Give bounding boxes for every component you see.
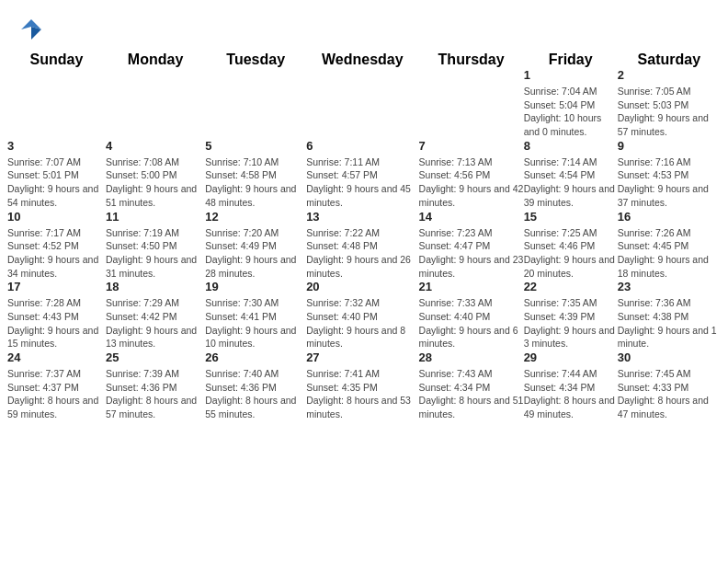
calendar-cell: 22Sunrise: 7:35 AM Sunset: 4:39 PM Dayli… bbox=[524, 280, 618, 350]
calendar-cell: 4Sunrise: 7:08 AM Sunset: 5:00 PM Daylig… bbox=[106, 139, 205, 210]
day-number: 6 bbox=[306, 139, 418, 153]
calendar-cell bbox=[106, 68, 205, 139]
day-info: Sunrise: 7:08 AM Sunset: 5:00 PM Dayligh… bbox=[106, 155, 205, 210]
weekday-header-saturday: Saturday bbox=[618, 52, 721, 68]
weekday-header-tuesday: Tuesday bbox=[205, 52, 306, 68]
page-header bbox=[0, 0, 728, 52]
calendar-cell: 5Sunrise: 7:10 AM Sunset: 4:58 PM Daylig… bbox=[205, 139, 306, 210]
day-info: Sunrise: 7:35 AM Sunset: 4:39 PM Dayligh… bbox=[524, 296, 618, 350]
day-number: 8 bbox=[524, 139, 618, 153]
day-number: 29 bbox=[524, 350, 618, 364]
calendar-cell: 10Sunrise: 7:17 AM Sunset: 4:52 PM Dayli… bbox=[7, 210, 106, 281]
day-info: Sunrise: 7:40 AM Sunset: 4:36 PM Dayligh… bbox=[205, 367, 306, 421]
day-number: 11 bbox=[106, 210, 205, 224]
day-info: Sunrise: 7:04 AM Sunset: 5:04 PM Dayligh… bbox=[524, 85, 618, 139]
day-info: Sunrise: 7:33 AM Sunset: 4:40 PM Dayligh… bbox=[419, 296, 524, 350]
weekday-header-friday: Friday bbox=[524, 52, 618, 68]
day-info: Sunrise: 7:17 AM Sunset: 4:52 PM Dayligh… bbox=[7, 226, 106, 281]
day-info: Sunrise: 7:32 AM Sunset: 4:40 PM Dayligh… bbox=[306, 296, 418, 350]
day-number: 5 bbox=[205, 139, 306, 153]
day-number: 17 bbox=[7, 280, 106, 293]
day-info: Sunrise: 7:10 AM Sunset: 4:58 PM Dayligh… bbox=[205, 155, 306, 210]
calendar-cell: 12Sunrise: 7:20 AM Sunset: 4:49 PM Dayli… bbox=[205, 210, 306, 281]
calendar-cell: 26Sunrise: 7:40 AM Sunset: 4:36 PM Dayli… bbox=[205, 350, 306, 421]
week-row-3: 10Sunrise: 7:17 AM Sunset: 4:52 PM Dayli… bbox=[7, 210, 721, 281]
calendar-cell bbox=[419, 68, 524, 139]
week-row-5: 24Sunrise: 7:37 AM Sunset: 4:37 PM Dayli… bbox=[7, 350, 721, 421]
day-info: Sunrise: 7:43 AM Sunset: 4:34 PM Dayligh… bbox=[419, 367, 524, 421]
day-info: Sunrise: 7:13 AM Sunset: 4:56 PM Dayligh… bbox=[419, 155, 524, 210]
day-number: 16 bbox=[618, 210, 721, 224]
week-row-4: 17Sunrise: 7:28 AM Sunset: 4:43 PM Dayli… bbox=[7, 280, 721, 350]
calendar-wrapper: SundayMondayTuesdayWednesdayThursdayFrid… bbox=[0, 52, 728, 429]
day-info: Sunrise: 7:11 AM Sunset: 4:57 PM Dayligh… bbox=[306, 155, 418, 210]
calendar-cell: 28Sunrise: 7:43 AM Sunset: 4:34 PM Dayli… bbox=[419, 350, 524, 421]
day-number: 25 bbox=[106, 350, 205, 364]
day-info: Sunrise: 7:45 AM Sunset: 4:33 PM Dayligh… bbox=[618, 367, 721, 421]
calendar-cell: 30Sunrise: 7:45 AM Sunset: 4:33 PM Dayli… bbox=[618, 350, 721, 421]
day-number: 3 bbox=[7, 139, 106, 153]
week-row-2: 3Sunrise: 7:07 AM Sunset: 5:01 PM Daylig… bbox=[7, 139, 721, 210]
day-number: 9 bbox=[618, 139, 721, 153]
calendar-cell: 27Sunrise: 7:41 AM Sunset: 4:35 PM Dayli… bbox=[306, 350, 418, 421]
calendar-cell: 15Sunrise: 7:25 AM Sunset: 4:46 PM Dayli… bbox=[524, 210, 618, 281]
day-info: Sunrise: 7:23 AM Sunset: 4:47 PM Dayligh… bbox=[419, 226, 524, 281]
calendar-cell: 3Sunrise: 7:07 AM Sunset: 5:01 PM Daylig… bbox=[7, 139, 106, 210]
calendar-cell: 8Sunrise: 7:14 AM Sunset: 4:54 PM Daylig… bbox=[524, 139, 618, 210]
day-number: 10 bbox=[7, 210, 106, 224]
calendar-cell: 20Sunrise: 7:32 AM Sunset: 4:40 PM Dayli… bbox=[306, 280, 418, 350]
day-info: Sunrise: 7:36 AM Sunset: 4:38 PM Dayligh… bbox=[618, 296, 721, 350]
day-info: Sunrise: 7:05 AM Sunset: 5:03 PM Dayligh… bbox=[618, 85, 721, 139]
calendar-cell: 13Sunrise: 7:22 AM Sunset: 4:48 PM Dayli… bbox=[306, 210, 418, 281]
calendar-cell bbox=[7, 68, 106, 139]
calendar-table: SundayMondayTuesdayWednesdayThursdayFrid… bbox=[7, 52, 721, 421]
day-info: Sunrise: 7:41 AM Sunset: 4:35 PM Dayligh… bbox=[306, 367, 418, 421]
calendar-cell bbox=[205, 68, 306, 139]
day-info: Sunrise: 7:16 AM Sunset: 4:53 PM Dayligh… bbox=[618, 155, 721, 210]
calendar-cell: 2Sunrise: 7:05 AM Sunset: 5:03 PM Daylig… bbox=[618, 68, 721, 139]
day-number: 1 bbox=[524, 68, 618, 82]
calendar-cell: 23Sunrise: 7:36 AM Sunset: 4:38 PM Dayli… bbox=[618, 280, 721, 350]
calendar-cell: 24Sunrise: 7:37 AM Sunset: 4:37 PM Dayli… bbox=[7, 350, 106, 421]
day-info: Sunrise: 7:30 AM Sunset: 4:41 PM Dayligh… bbox=[205, 296, 306, 350]
day-info: Sunrise: 7:26 AM Sunset: 4:45 PM Dayligh… bbox=[618, 226, 721, 281]
calendar-cell: 17Sunrise: 7:28 AM Sunset: 4:43 PM Dayli… bbox=[7, 280, 106, 350]
day-number: 20 bbox=[306, 280, 418, 293]
day-number: 24 bbox=[7, 350, 106, 364]
weekday-header-sunday: Sunday bbox=[7, 52, 106, 68]
day-info: Sunrise: 7:29 AM Sunset: 4:42 PM Dayligh… bbox=[106, 296, 205, 350]
day-number: 12 bbox=[205, 210, 306, 224]
calendar-cell: 21Sunrise: 7:33 AM Sunset: 4:40 PM Dayli… bbox=[419, 280, 524, 350]
day-info: Sunrise: 7:25 AM Sunset: 4:46 PM Dayligh… bbox=[524, 226, 618, 281]
calendar-cell: 18Sunrise: 7:29 AM Sunset: 4:42 PM Dayli… bbox=[106, 280, 205, 350]
weekday-header-thursday: Thursday bbox=[419, 52, 524, 68]
day-number: 23 bbox=[618, 280, 721, 293]
calendar-cell: 16Sunrise: 7:26 AM Sunset: 4:45 PM Dayli… bbox=[618, 210, 721, 281]
calendar-cell: 6Sunrise: 7:11 AM Sunset: 4:57 PM Daylig… bbox=[306, 139, 418, 210]
logo bbox=[18, 17, 48, 42]
calendar-cell: 11Sunrise: 7:19 AM Sunset: 4:50 PM Dayli… bbox=[106, 210, 205, 281]
day-info: Sunrise: 7:20 AM Sunset: 4:49 PM Dayligh… bbox=[205, 226, 306, 281]
day-info: Sunrise: 7:37 AM Sunset: 4:37 PM Dayligh… bbox=[7, 367, 106, 421]
day-number: 13 bbox=[306, 210, 418, 224]
weekday-header-row: SundayMondayTuesdayWednesdayThursdayFrid… bbox=[7, 52, 721, 68]
calendar-cell: 25Sunrise: 7:39 AM Sunset: 4:36 PM Dayli… bbox=[106, 350, 205, 421]
day-number: 4 bbox=[106, 139, 205, 153]
day-number: 22 bbox=[524, 280, 618, 293]
week-row-1: 1Sunrise: 7:04 AM Sunset: 5:04 PM Daylig… bbox=[7, 68, 721, 139]
day-number: 2 bbox=[618, 68, 721, 82]
day-number: 26 bbox=[205, 350, 306, 364]
calendar-cell bbox=[306, 68, 418, 139]
weekday-header-monday: Monday bbox=[106, 52, 205, 68]
day-number: 7 bbox=[419, 139, 524, 153]
day-number: 28 bbox=[419, 350, 524, 364]
day-info: Sunrise: 7:44 AM Sunset: 4:34 PM Dayligh… bbox=[524, 367, 618, 421]
day-info: Sunrise: 7:19 AM Sunset: 4:50 PM Dayligh… bbox=[106, 226, 205, 281]
day-number: 15 bbox=[524, 210, 618, 224]
calendar-cell: 14Sunrise: 7:23 AM Sunset: 4:47 PM Dayli… bbox=[419, 210, 524, 281]
day-number: 18 bbox=[106, 280, 205, 293]
logo-icon bbox=[18, 17, 44, 42]
day-info: Sunrise: 7:22 AM Sunset: 4:48 PM Dayligh… bbox=[306, 226, 418, 281]
calendar-cell: 7Sunrise: 7:13 AM Sunset: 4:56 PM Daylig… bbox=[419, 139, 524, 210]
day-number: 19 bbox=[205, 280, 306, 293]
